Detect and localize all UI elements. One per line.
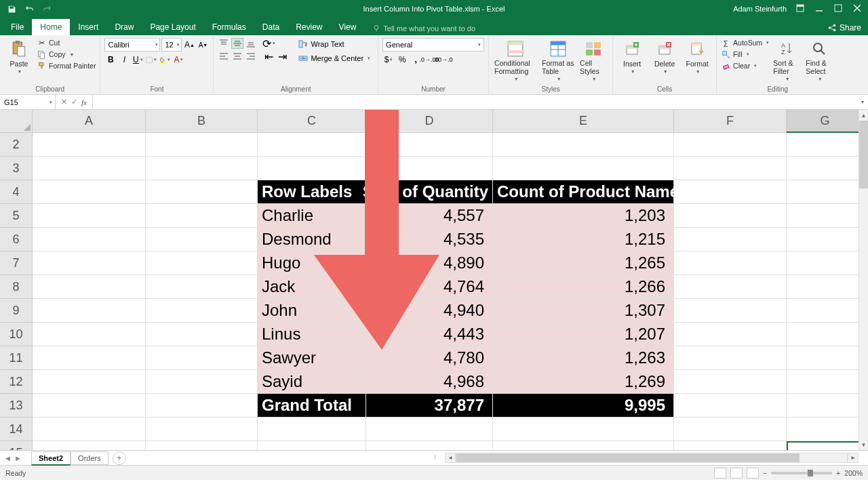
align-middle-button[interactable] <box>231 38 243 49</box>
font-size-combo[interactable]: 12▾ <box>161 38 182 52</box>
number-format-combo[interactable]: General▾ <box>382 38 484 52</box>
col-header-a[interactable]: A <box>33 110 146 133</box>
align-right-button[interactable] <box>245 51 257 62</box>
cell-D11[interactable]: 4,780 <box>366 346 493 370</box>
scroll-right-icon[interactable]: ► <box>848 453 859 463</box>
cell-C12[interactable]: Sayid <box>258 370 366 394</box>
horizontal-scrollbar[interactable]: ◄ ► <box>445 453 859 463</box>
formula-input[interactable] <box>93 95 861 109</box>
row-header-15[interactable]: 15 <box>0 441 33 450</box>
enter-icon[interactable]: ✓ <box>71 98 77 106</box>
cell-B14[interactable] <box>146 418 258 441</box>
tab-view[interactable]: View <box>331 19 365 35</box>
cell-A4[interactable] <box>33 180 146 204</box>
cell-A15[interactable] <box>33 441 146 450</box>
tab-review[interactable]: Review <box>288 19 330 35</box>
user-name[interactable]: Adam Steinfurth <box>733 5 787 13</box>
font-name-combo[interactable]: Calibri▾ <box>104 38 160 52</box>
cell-B2[interactable] <box>146 133 258 157</box>
cell-D4[interactable]: Sum of Quantity <box>366 180 493 204</box>
cell-B11[interactable] <box>146 346 258 370</box>
cell-A10[interactable] <box>33 323 146 346</box>
cell-E13[interactable]: 9,995 <box>493 394 674 418</box>
cell-E11[interactable]: 1,263 <box>493 346 674 370</box>
cell-F13[interactable] <box>674 394 787 418</box>
conditional-formatting-button[interactable]: Conditional Formatting▼ <box>493 38 538 83</box>
name-box[interactable]: G15▾ <box>0 95 56 109</box>
sort-filter-button[interactable]: AZSort & Filter▼ <box>772 38 802 83</box>
cell-C13[interactable]: Grand Total <box>258 394 366 418</box>
cell-D8[interactable]: 4,764 <box>366 275 493 299</box>
redo-icon[interactable] <box>42 4 52 14</box>
cell-C8[interactable]: Jack <box>258 275 366 299</box>
underline-button[interactable]: U▾ <box>132 54 144 66</box>
vertical-scrollbar[interactable]: ▲ ▼ <box>859 110 868 450</box>
cell-E5[interactable]: 1,203 <box>493 204 674 228</box>
align-top-button[interactable] <box>218 38 230 49</box>
row-header-4[interactable]: 4 <box>0 180 33 204</box>
col-header-d[interactable]: D <box>366 110 493 133</box>
select-all-corner[interactable] <box>0 110 33 133</box>
cell-B10[interactable] <box>146 323 258 346</box>
row-header-8[interactable]: 8 <box>0 275 33 299</box>
minimize-icon[interactable] <box>815 4 825 14</box>
cell-A2[interactable] <box>33 133 146 157</box>
undo-icon[interactable] <box>24 4 34 14</box>
cell-E4[interactable]: Count of Product Name <box>493 180 674 204</box>
cell-E15[interactable] <box>493 441 674 450</box>
cell-F14[interactable] <box>674 418 787 441</box>
cell-G8[interactable] <box>787 275 864 299</box>
row-header-9[interactable]: 9 <box>0 299 33 323</box>
cell-F7[interactable] <box>674 251 787 275</box>
cell-B13[interactable] <box>146 394 258 418</box>
cell-G3[interactable] <box>787 157 864 180</box>
autosum-button[interactable]: ∑AutoSum▾ <box>721 38 769 47</box>
cell-D3[interactable] <box>366 157 493 180</box>
italic-button[interactable]: I <box>118 54 130 66</box>
cell-E14[interactable] <box>493 418 674 441</box>
cell-G9[interactable] <box>787 299 864 323</box>
hscroll-thumb[interactable] <box>456 453 800 462</box>
spreadsheet-grid[interactable]: ABCDEFG 23456789101112131415 Row LabelsS… <box>0 110 868 450</box>
font-color-button[interactable]: A▾ <box>172 54 184 66</box>
decrease-indent-button[interactable]: ⇤ <box>262 51 275 62</box>
cell-C15[interactable] <box>258 441 366 450</box>
accounting-button[interactable]: $▾ <box>382 54 395 66</box>
zoom-out-button[interactable]: − <box>763 469 767 477</box>
cell-E12[interactable]: 1,269 <box>493 370 674 394</box>
sheet-tab-sheet2[interactable]: Sheet2 <box>31 451 71 466</box>
tell-me-search[interactable]: Tell me what you want to do <box>364 24 475 35</box>
cell-F8[interactable] <box>674 275 787 299</box>
delete-cells-button[interactable]: Delete▼ <box>650 38 679 75</box>
cell-B8[interactable] <box>146 275 258 299</box>
cell-D14[interactable] <box>366 418 493 441</box>
cell-A11[interactable] <box>33 346 146 370</box>
cell-C14[interactable] <box>258 418 366 441</box>
sheet-next-icon[interactable]: ► <box>14 454 22 462</box>
find-select-button[interactable]: Find & Select▼ <box>804 38 834 83</box>
row-header-14[interactable]: 14 <box>0 418 33 441</box>
cell-A6[interactable] <box>33 228 146 251</box>
cell-F12[interactable] <box>674 370 787 394</box>
cell-B6[interactable] <box>146 228 258 251</box>
cell-E2[interactable] <box>493 133 674 157</box>
decrease-decimal-button[interactable]: .00→.0 <box>437 54 449 66</box>
cell-F4[interactable] <box>674 180 787 204</box>
tab-insert[interactable]: Insert <box>70 19 106 35</box>
cell-D10[interactable]: 4,443 <box>366 323 493 346</box>
align-bottom-button[interactable] <box>245 38 257 49</box>
scroll-up-icon[interactable]: ▲ <box>859 110 868 121</box>
orientation-button[interactable]: ⟳▾ <box>262 38 275 49</box>
cell-B12[interactable] <box>146 370 258 394</box>
row-header-11[interactable]: 11 <box>0 346 33 370</box>
save-icon[interactable] <box>7 4 16 14</box>
cell-E8[interactable]: 1,266 <box>493 275 674 299</box>
row-header-6[interactable]: 6 <box>0 228 33 251</box>
col-header-g[interactable]: G <box>787 110 864 133</box>
increase-font-button[interactable]: A▲ <box>183 39 195 51</box>
row-header-7[interactable]: 7 <box>0 251 33 275</box>
cell-D15[interactable] <box>366 441 493 450</box>
fx-icon[interactable]: fx <box>81 98 87 106</box>
bold-button[interactable]: B <box>104 54 117 66</box>
zoom-slider[interactable] <box>771 472 832 474</box>
